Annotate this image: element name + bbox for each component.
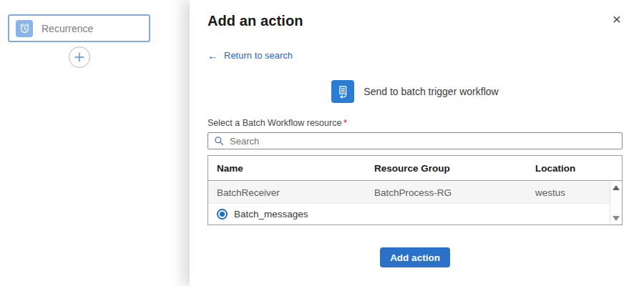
add-step-button[interactable] [69, 46, 90, 68]
resource-search-box [208, 132, 623, 149]
operation-label: Send to batch trigger workflow [364, 86, 498, 97]
add-action-panel: Add an action × ← Return to search Send … [190, 0, 644, 286]
return-to-search-link[interactable]: ← Return to search [208, 50, 293, 61]
trigger-card-recurrence[interactable]: Recurrence [8, 14, 150, 42]
column-header-location: Location [535, 163, 622, 174]
column-header-resource-group: Resource Group [374, 163, 535, 174]
scroll-down-icon[interactable] [613, 216, 620, 221]
column-header-name: Name [217, 163, 374, 174]
trigger-card-label: Recurrence [42, 23, 93, 34]
workflow-canvas: Recurrence [0, 0, 190, 286]
cell-name: Batch_messages [234, 209, 308, 220]
resource-table: Name Resource Group Location BatchReceiv… [208, 155, 623, 225]
panel-footer: Add action [208, 247, 623, 267]
plus-icon [74, 51, 85, 63]
close-icon[interactable]: × [611, 13, 623, 26]
search-input[interactable] [230, 136, 616, 147]
alarm-clock-icon [16, 20, 33, 37]
panel-title: Add an action [208, 13, 303, 29]
panel-header: Add an action × [208, 13, 623, 29]
add-action-button[interactable]: Add action [380, 247, 450, 267]
table-row-batchreceiver[interactable]: BatchReceiver BatchProcess-RG westus [208, 182, 610, 204]
cell-name: BatchReceiver [217, 187, 374, 198]
scroll-up-icon[interactable] [613, 185, 620, 190]
operation-header: Send to batch trigger workflow [208, 80, 623, 103]
table-header-row: Name Resource Group Location [208, 156, 622, 181]
table-row-batch-messages[interactable]: Batch_messages [208, 204, 610, 224]
batch-workflow-icon [331, 80, 354, 103]
table-scrollbar[interactable] [610, 182, 622, 225]
table-body: BatchReceiver BatchProcess-RG westus Bat… [208, 182, 610, 225]
resource-field-label: Select a Batch Workflow resource* [208, 118, 623, 128]
logic-apps-designer: Recurrence Add an action × ← Return to s… [0, 0, 644, 286]
cell-resource-group: BatchProcess-RG [374, 187, 535, 198]
back-arrow-icon: ← [208, 51, 218, 60]
cell-location: westus [535, 187, 610, 198]
return-link-label: Return to search [224, 50, 293, 61]
search-icon [214, 136, 224, 146]
radio-selected-icon[interactable] [217, 209, 228, 220]
resource-field-label-text: Select a Batch Workflow resource [208, 118, 341, 128]
required-marker: * [343, 118, 347, 128]
